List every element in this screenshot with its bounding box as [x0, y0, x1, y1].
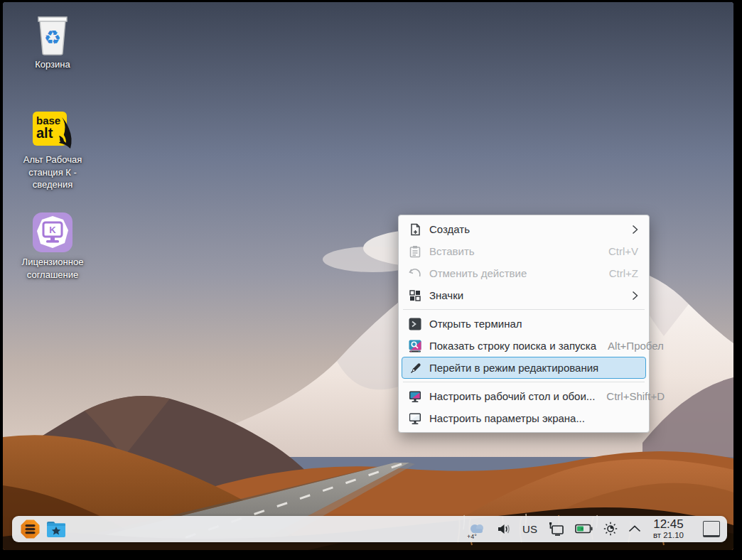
brightness-tray-icon[interactable] [603, 522, 618, 536]
menu-item-shortcut: Ctrl+Z [609, 267, 638, 279]
show-desktop-button[interactable] [703, 521, 720, 537]
menu-item-label: Настроить рабочий стол и обои... [429, 390, 595, 402]
network-tray-icon[interactable] [548, 522, 564, 536]
menu-item-configure-desktop-wallpaper[interactable]: Настроить рабочий стол и обои... Ctrl+Sh… [402, 385, 646, 407]
menu-item-label: Настроить параметры экрана... [429, 412, 585, 424]
taskbar-panel: +4° US [12, 516, 727, 542]
krunner-search-icon [409, 340, 421, 352]
clipboard-icon [409, 245, 421, 258]
icon-label: Лицензионное соглашение [14, 256, 92, 281]
file-manager-task-button[interactable] [45, 518, 68, 541]
battery-tray-icon[interactable] [575, 524, 593, 534]
volume-tray-icon[interactable] [497, 522, 512, 536]
weather-widget[interactable]: +4° [468, 519, 486, 538]
system-tray: +4° US [468, 518, 720, 539]
menu-separator [403, 382, 645, 382]
menu-item-paste: Вставить Ctrl+V [402, 240, 646, 262]
icons-grid-icon [409, 289, 421, 302]
menu-item-open-terminal[interactable]: Открыть терминал [402, 313, 646, 335]
trash-icon: ♻ [34, 15, 71, 56]
menu-item-shortcut: Alt+Пробел [608, 340, 664, 352]
desktop-icon-trash[interactable]: ♻ Корзина [7, 15, 98, 71]
digital-clock[interactable]: 12:45 вт 21.10 [653, 518, 684, 539]
alt-launcher-icon [20, 519, 41, 539]
menu-item-label: Значки [429, 289, 463, 301]
license-app-icon: K [31, 211, 74, 254]
desktop-context-menu: Создать Вставить Ctrl+V [398, 215, 650, 433]
menu-item-label: Вставить [429, 245, 475, 257]
menu-item-label: Отменить действие [429, 267, 527, 279]
recycle-glyph: ♻ [44, 27, 61, 48]
undo-icon [409, 267, 421, 280]
display-settings-icon [409, 412, 421, 425]
menu-item-create[interactable]: Создать [402, 218, 646, 240]
menu-item-shortcut: Ctrl+Shift+D [606, 390, 665, 402]
new-document-icon [409, 223, 421, 236]
keyboard-layout-indicator[interactable]: US [522, 523, 537, 535]
desktop-wallpaper-icon [409, 390, 421, 403]
license-letter: K [49, 225, 56, 235]
menu-item-label: Создать [429, 223, 470, 235]
icon-label: Корзина [35, 58, 70, 71]
menu-item-configure-display[interactable]: Настроить параметры экрана... [402, 407, 646, 429]
menu-item-undo: Отменить действие Ctrl+Z [402, 262, 646, 284]
submenu-arrow-icon [632, 291, 638, 301]
menu-item-label: Перейти в режим редактирования [429, 362, 598, 374]
basealt-logo-icon: base alt [31, 107, 75, 151]
clock-date: вт 21.10 [653, 531, 684, 539]
dolphin-folder-icon [45, 520, 67, 539]
menu-item-label: Показать строку поиска и запуска [429, 340, 596, 352]
desktop-icon-license[interactable]: K Лицензионное соглашение [7, 211, 98, 281]
menu-item-label: Открыть терминал [429, 318, 522, 330]
menu-item-shortcut: Ctrl+V [608, 245, 638, 257]
menu-item-icons[interactable]: Значки [402, 284, 646, 306]
weather-temperature: +4° [467, 533, 477, 540]
desktop[interactable]: ♻ Корзина base alt Альт Рабочая станция … [3, 2, 733, 550]
tray-expander-chevron-icon[interactable] [628, 525, 641, 532]
menu-separator [403, 309, 645, 310]
menu-item-enter-edit-mode[interactable]: Перейти в режим редактирования [402, 357, 646, 379]
clock-time: 12:45 [653, 518, 684, 531]
menu-item-show-krunner[interactable]: Показать строку поиска и запуска Alt+Про… [402, 335, 646, 357]
submenu-arrow-icon [632, 225, 638, 235]
desktop-icon-basealt-info[interactable]: base alt Альт Рабочая станция К - сведен… [7, 107, 98, 191]
terminal-icon [409, 318, 421, 330]
edit-pencil-icon [409, 362, 421, 375]
application-launcher-button[interactable] [18, 518, 41, 541]
icon-label: Альт Рабочая станция К - сведения [14, 154, 92, 191]
basealt-logo-text-alt: alt [36, 125, 53, 141]
